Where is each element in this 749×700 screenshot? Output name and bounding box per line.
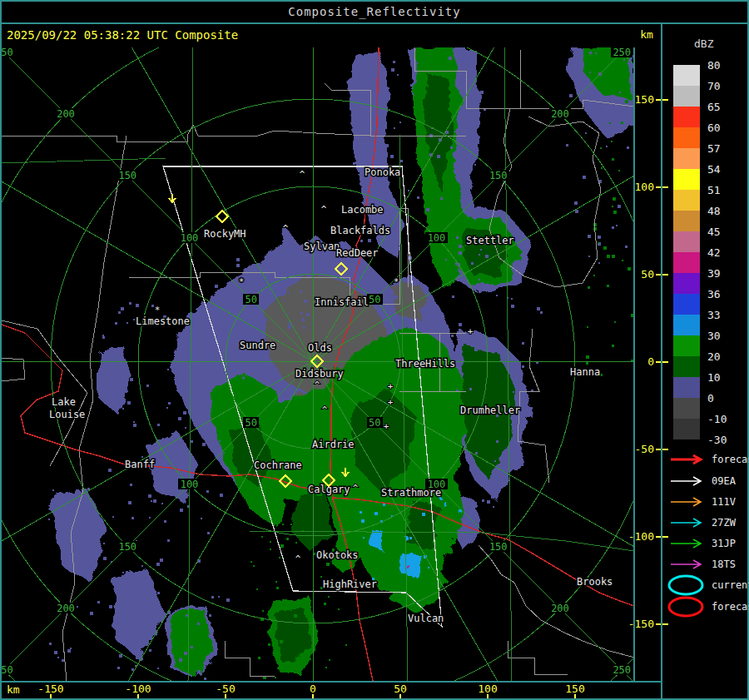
colorbar-label: 42 bbox=[707, 246, 721, 259]
colorbar-label: 57 bbox=[707, 142, 721, 155]
colorbar-swatch bbox=[673, 377, 700, 398]
colorbar-swatch bbox=[673, 294, 700, 315]
colorbar-swatch bbox=[673, 65, 700, 86]
colorbar-swatch bbox=[673, 107, 700, 127]
right-axis-tick-label: 50 bbox=[641, 268, 654, 280]
bottom-axis-tick-label: 50 bbox=[394, 683, 407, 695]
colorbar-label: 0 bbox=[707, 392, 714, 405]
legend-ellipse-forecast bbox=[669, 598, 702, 616]
colorbar-label: 33 bbox=[707, 309, 721, 321]
colorbar-label: 54 bbox=[707, 163, 721, 176]
legend-arrow-label: 111V bbox=[712, 496, 736, 508]
colorbar-swatch bbox=[673, 315, 700, 335]
bottom-axis-tick-label: -150 bbox=[37, 683, 63, 695]
colorbar-label: 10 bbox=[707, 371, 721, 384]
colorbar-swatch bbox=[673, 127, 700, 148]
colorbar-swatch bbox=[673, 419, 700, 439]
legend-arrow-label: 09EA bbox=[712, 475, 737, 487]
legend-arrow-18TS bbox=[671, 560, 701, 568]
bottom-axis-tick-label: 150 bbox=[565, 683, 584, 695]
legend-arrow-31JP bbox=[671, 539, 701, 548]
colorbar-swatch bbox=[673, 169, 700, 190]
colorbar-swatch bbox=[673, 252, 700, 273]
bottom-axis-tick-label: -50 bbox=[216, 683, 235, 695]
colorbar-swatch bbox=[673, 335, 700, 356]
bottom-axis-tick-label: -100 bbox=[125, 683, 151, 695]
legend-arrow-label: 18TS bbox=[712, 559, 736, 570]
colorbar-label: 48 bbox=[707, 205, 721, 217]
right-axis-tick-label: 150 bbox=[635, 93, 654, 106]
colorbar-swatch bbox=[673, 190, 700, 211]
colorbar-swatch bbox=[673, 148, 700, 169]
bottom-axis-tick-label: 0 bbox=[310, 683, 316, 695]
colorbar-swatch bbox=[673, 211, 700, 231]
legend-arrow-forecast bbox=[671, 455, 701, 464]
legend-ellipse-label: forecast bbox=[712, 601, 749, 613]
colorbar-label: 45 bbox=[707, 226, 721, 238]
colorbar-label: 65 bbox=[707, 101, 721, 113]
right-axis-tick-label: -50 bbox=[635, 443, 654, 455]
legend-ellipse-label: current bbox=[712, 579, 749, 591]
colorbar-label: 60 bbox=[707, 122, 721, 134]
legend-arrow-27ZW bbox=[671, 519, 701, 527]
legend-arrow-label: 27ZW bbox=[712, 517, 737, 529]
radar-map-canvas[interactable] bbox=[2, 47, 634, 681]
colorbar-swatch bbox=[673, 398, 700, 419]
colorbar-swatch bbox=[673, 231, 700, 252]
bottom-axis-tick-label: 100 bbox=[478, 683, 497, 695]
colorbar-swatch bbox=[673, 356, 700, 377]
right-axis-tick-label: 0 bbox=[647, 355, 654, 368]
radar-scene: 5050505010010010010015015015015020020020… bbox=[0, 0, 749, 700]
colorbar-swatch bbox=[673, 273, 700, 294]
colorbar-label: 51 bbox=[707, 184, 721, 196]
colorbar-label: 36 bbox=[707, 288, 721, 300]
legend-ellipse-current bbox=[669, 576, 702, 594]
legend-arrow-label: 31JP bbox=[712, 538, 736, 549]
legend: forecast09EA111V27ZW31JP18TScurrentforec… bbox=[669, 454, 749, 616]
legend-arrow-label: forecast bbox=[712, 454, 749, 465]
colorbar-label: -10 bbox=[707, 413, 727, 425]
colorbar-swatch bbox=[673, 86, 700, 107]
colorbar-label: 70 bbox=[707, 80, 721, 92]
colorbar-label: 30 bbox=[707, 330, 721, 342]
right-axis-tick-label: 100 bbox=[635, 181, 654, 193]
legend-arrow-09EA bbox=[671, 477, 701, 485]
colorbar-label: 39 bbox=[707, 267, 721, 280]
legend-arrow-111V bbox=[671, 498, 701, 506]
colorbar-label: -30 bbox=[707, 434, 727, 446]
colorbar-label: 80 bbox=[707, 59, 721, 72]
colorbar-label: 20 bbox=[707, 350, 721, 363]
colorbar: 807065605754514845423936333020100-10-30 bbox=[673, 59, 727, 446]
